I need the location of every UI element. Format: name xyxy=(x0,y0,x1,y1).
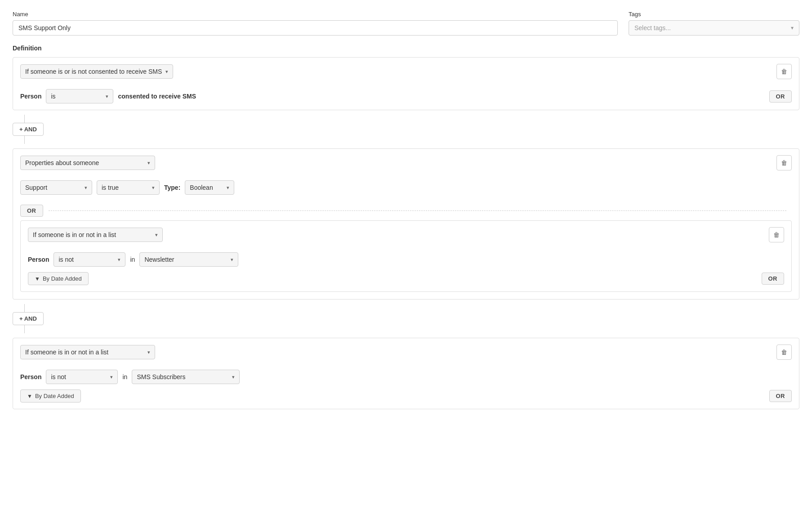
block1-is-select[interactable]: is ▾ xyxy=(46,89,113,103)
and-button-2[interactable]: + AND xyxy=(13,312,44,325)
block2-sub-condition-type-label: If someone is in or not in a list xyxy=(33,231,116,238)
block3-footer: ▼ By Date Added OR xyxy=(20,389,792,403)
chevron-down-icon: ▾ xyxy=(106,94,108,99)
block3-is-not-label: is not xyxy=(51,373,66,380)
block1-consented-text: consented to receive SMS xyxy=(118,93,196,100)
block3-condition-type-select[interactable]: If someone is in or not in a list ▾ xyxy=(20,345,155,359)
block2-person-row: Support ▾ is true ▾ Type: Boolean ▾ xyxy=(20,180,792,195)
block3-person-label: Person xyxy=(20,373,41,380)
block2-sub-or-button[interactable]: OR xyxy=(762,273,785,285)
block1-content: Person is ▾ consented to receive SMS OR xyxy=(13,85,799,110)
chevron-down-icon: ▾ xyxy=(232,374,235,380)
block1-condition-type-label: If someone is or is not consented to rec… xyxy=(25,68,162,75)
chevron-down-icon: ▾ xyxy=(118,257,120,263)
chevron-down-icon: ▾ xyxy=(147,160,150,166)
chevron-down-icon: ▾ xyxy=(110,374,113,380)
block3-content: Person is not ▾ in SMS Subscribers ▾ ▼ B… xyxy=(13,366,799,409)
block2-property-label: Support xyxy=(25,184,47,191)
block2-sub-is-not-select[interactable]: is not ▾ xyxy=(54,252,125,267)
block2-sub-person-label: Person xyxy=(28,256,49,263)
block2-sub-is-not-label: is not xyxy=(58,256,73,263)
block2-condition-type-select[interactable]: Properties about someone ▾ xyxy=(20,156,155,170)
and-section-2: + AND xyxy=(13,304,799,333)
block2-is-true-select[interactable]: is true ▾ xyxy=(97,180,160,195)
block2-or-divider: OR xyxy=(13,201,799,220)
block2-sub-in-text: in xyxy=(130,256,135,263)
connector-line-1 xyxy=(24,115,25,123)
block3-condition-type-label: If someone is in or not in a list xyxy=(25,349,108,356)
block2-sub-list-label: Newsletter xyxy=(144,256,174,263)
name-input[interactable] xyxy=(13,20,618,36)
block1-or-button[interactable]: OR xyxy=(769,90,792,103)
condition-block-3: If someone is in or not in a list ▾ 🗑 Pe… xyxy=(13,338,799,409)
block2-boolean-label: Boolean xyxy=(190,184,213,191)
chevron-down-icon: ▾ xyxy=(147,349,150,355)
block2-is-true-label: is true xyxy=(102,184,119,191)
block2-sub-condition-type-select[interactable]: If someone is in or not in a list ▾ xyxy=(28,228,163,242)
block2-property-select[interactable]: Support ▾ xyxy=(20,180,92,195)
condition-block-1-header: If someone is or is not consented to rec… xyxy=(13,58,799,85)
block1-is-label: is xyxy=(51,93,55,100)
block2-boolean-select[interactable]: Boolean ▾ xyxy=(185,180,234,195)
block3-is-not-select[interactable]: is not ▾ xyxy=(46,370,118,384)
trash-icon: 🗑 xyxy=(781,68,787,75)
block3-header: If someone is in or not in a list ▾ 🗑 xyxy=(13,338,799,366)
tags-label: Tags xyxy=(629,11,799,18)
filter-icon: ▼ xyxy=(27,393,32,399)
or-dashed-line xyxy=(49,210,787,211)
chevron-down-icon: ▾ xyxy=(231,257,233,263)
block3-in-text: in xyxy=(122,373,127,380)
and-button-1[interactable]: + AND xyxy=(13,123,44,136)
definition-label: Definition xyxy=(13,45,799,52)
block2-sub-by-date-label: By Date Added xyxy=(43,275,82,282)
block2-condition-type-label: Properties about someone xyxy=(25,159,99,166)
block1-condition-type-select[interactable]: If someone is or is not consented to rec… xyxy=(20,64,173,79)
block2-sub-by-date-button[interactable]: ▼ By Date Added xyxy=(28,272,89,285)
block2-sub-list-select[interactable]: Newsletter ▾ xyxy=(139,252,238,267)
trash-icon: 🗑 xyxy=(781,159,787,166)
name-label: Name xyxy=(13,11,618,18)
condition-block-2: Properties about someone ▾ 🗑 Support ▾ i… xyxy=(13,148,799,300)
connector-line-3 xyxy=(24,304,25,312)
block3-or-button[interactable]: OR xyxy=(769,390,792,402)
and-section-1: + AND xyxy=(13,115,799,144)
trash-icon: 🗑 xyxy=(773,231,780,238)
name-field-group: Name xyxy=(13,11,618,36)
filter-icon: ▼ xyxy=(35,276,40,282)
chevron-down-icon: ▾ xyxy=(155,232,158,238)
block2-sub-delete-button[interactable]: 🗑 xyxy=(769,227,784,242)
chevron-down-icon: ▾ xyxy=(791,25,794,31)
block1-delete-button[interactable]: 🗑 xyxy=(776,64,792,79)
block3-list-select[interactable]: SMS Subscribers ▾ xyxy=(132,370,240,384)
block2-or-button[interactable]: OR xyxy=(20,205,43,217)
block2-sub-block: If someone is in or not in a list ▾ 🗑 Pe… xyxy=(20,220,792,292)
trash-icon: 🗑 xyxy=(781,349,787,356)
condition-block-1: If someone is or is not consented to rec… xyxy=(13,57,799,110)
block3-person-row: Person is not ▾ in SMS Subscribers ▾ xyxy=(20,370,792,384)
chevron-down-icon: ▾ xyxy=(165,69,168,75)
block1-person-row: Person is ▾ consented to receive SMS OR xyxy=(20,89,792,103)
tags-field-group: Tags Select tags... ▾ xyxy=(629,11,799,36)
tags-placeholder: Select tags... xyxy=(634,24,671,31)
block3-by-date-button[interactable]: ▼ By Date Added xyxy=(20,389,81,403)
block2-sub-wrapper: If someone is in or not in a list ▾ 🗑 Pe… xyxy=(13,220,799,299)
chevron-down-icon: ▾ xyxy=(152,185,155,191)
connector-line-4 xyxy=(24,325,25,333)
chevron-down-icon: ▾ xyxy=(85,185,87,191)
block2-delete-button[interactable]: 🗑 xyxy=(776,155,792,170)
block1-person-label: Person xyxy=(20,93,41,100)
block2-sub-footer: ▼ By Date Added OR xyxy=(28,272,784,285)
block2-sub-person-row: Person is not ▾ in Newsletter ▾ xyxy=(28,252,784,267)
tags-select[interactable]: Select tags... ▾ xyxy=(629,20,799,36)
block2-content: Support ▾ is true ▾ Type: Boolean ▾ xyxy=(13,177,799,201)
block2-header: Properties about someone ▾ 🗑 xyxy=(13,149,799,177)
block2-sub-content: Person is not ▾ in Newsletter ▾ ▼ By Dat… xyxy=(21,249,791,291)
block2-type-label: Type: xyxy=(164,184,180,191)
chevron-down-icon: ▾ xyxy=(227,185,229,191)
connector-line-2 xyxy=(24,136,25,144)
block2-sub-header: If someone is in or not in a list ▾ 🗑 xyxy=(21,221,791,249)
block3-list-label: SMS Subscribers xyxy=(137,373,185,380)
block3-by-date-label: By Date Added xyxy=(35,393,74,399)
block3-delete-button[interactable]: 🗑 xyxy=(776,345,792,360)
